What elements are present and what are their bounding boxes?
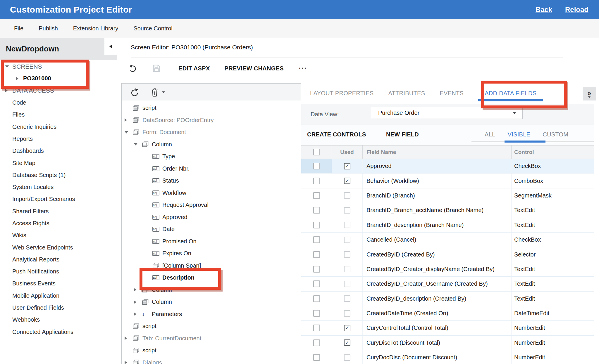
used-checkbox[interactable] <box>344 207 350 214</box>
sidebar-item[interactable]: Connected Applications <box>0 326 117 338</box>
row-select-checkbox[interactable] <box>313 251 320 258</box>
used-checkbox[interactable] <box>344 237 350 243</box>
row-select-checkbox[interactable] <box>313 236 320 243</box>
sidebar-item[interactable]: Push Notifications <box>0 266 117 278</box>
used-checkbox[interactable] <box>344 222 350 228</box>
data-view-combobox[interactable]: Purchase Order <box>371 107 523 119</box>
table-row[interactable]: BranchID (Branch) SegmentMask <box>301 188 594 203</box>
expand-arrow-icon[interactable] <box>125 337 132 340</box>
tab[interactable]: ATTRIBUTES <box>388 86 425 101</box>
expand-arrow-icon[interactable] <box>16 77 23 80</box>
used-checkbox[interactable] <box>344 266 350 272</box>
sidebar-item[interactable]: Web Service Endpoints <box>0 241 117 253</box>
tree-item[interactable]: script <box>122 344 301 357</box>
sidebar-item[interactable]: Reports <box>0 133 117 145</box>
used-checkbox[interactable] <box>344 354 350 361</box>
filter-tab[interactable]: VISIBLE <box>508 131 531 138</box>
menu-item[interactable]: File <box>14 25 23 32</box>
tree-item[interactable]: Order Nbr. <box>122 163 301 175</box>
row-select-checkbox[interactable] <box>313 339 320 346</box>
table-row[interactable]: CreatedDateTime (Created On) DateTimeEdi… <box>301 306 594 321</box>
row-select-checkbox[interactable] <box>313 325 320 331</box>
filter-tab[interactable]: CUSTOM <box>543 131 568 138</box>
menu-item[interactable]: Publish <box>39 25 58 32</box>
create-controls-button[interactable]: CREATE CONTROLS <box>307 125 366 144</box>
expand-panel-button[interactable]: » <box>583 87 596 100</box>
sidebar-item[interactable]: Code <box>0 97 117 109</box>
sidebar-item[interactable]: Analytical Reports <box>0 254 117 266</box>
preview-changes-button[interactable]: PREVIEW CHANGES <box>225 65 284 72</box>
select-all-checkbox[interactable] <box>313 149 320 155</box>
sidebar-item[interactable]: Shared Filters <box>0 205 117 217</box>
used-checkbox[interactable] <box>344 339 350 346</box>
tree-item[interactable]: Approved <box>122 211 301 223</box>
sidebar-item[interactable]: Generic Inquiries <box>0 121 117 133</box>
collapse-sidebar-button[interactable] <box>104 38 117 55</box>
tree-item[interactable]: script <box>122 102 301 114</box>
row-select-checkbox[interactable] <box>313 280 320 287</box>
tree-item[interactable]: Dialogs <box>122 357 301 364</box>
tree-item[interactable]: Form: Document <box>122 126 301 138</box>
sidebar-item[interactable]: Business Events <box>0 278 117 290</box>
save-button-disabled[interactable] <box>152 64 161 72</box>
edit-aspx-button[interactable]: EDIT ASPX <box>178 65 210 72</box>
sidebar-item[interactable]: DATA ACCESS <box>0 85 117 97</box>
row-select-checkbox[interactable] <box>313 163 320 169</box>
sidebar-item[interactable]: Access Rights <box>0 217 117 229</box>
tree-item[interactable]: Parameters <box>122 308 301 320</box>
expand-arrow-icon[interactable] <box>134 300 142 304</box>
expand-arrow-icon[interactable] <box>5 65 12 68</box>
sidebar-item[interactable]: Database Scripts (1) <box>0 169 117 181</box>
sidebar-item[interactable]: Webhooks <box>0 314 117 326</box>
row-select-checkbox[interactable] <box>313 354 320 361</box>
expand-arrow-icon[interactable] <box>125 118 132 122</box>
sidebar-item[interactable]: Mobile Application <box>0 290 117 302</box>
delete-dropdown-caret-icon[interactable] <box>162 91 165 93</box>
expand-arrow-icon[interactable] <box>134 312 142 316</box>
reload-link[interactable]: Reload <box>565 6 588 14</box>
row-select-checkbox[interactable] <box>313 222 320 228</box>
tree-item[interactable]: Column <box>122 296 301 308</box>
more-options-button[interactable]: ··· <box>299 65 307 72</box>
tree-item[interactable]: Column <box>122 284 301 296</box>
used-checkbox[interactable] <box>344 178 350 184</box>
back-link[interactable]: Back <box>536 6 552 14</box>
tree-item[interactable]: script <box>122 320 301 332</box>
new-field-button[interactable]: NEW FIELD <box>386 125 419 144</box>
used-checkbox[interactable] <box>344 251 350 258</box>
tab[interactable]: LAYOUT PROPERTIES <box>310 86 373 101</box>
used-checkbox[interactable] <box>344 310 350 317</box>
tree-item[interactable]: Tab: CurrentDocument <box>122 332 301 345</box>
expand-arrow-icon[interactable] <box>125 131 132 134</box>
tree-item[interactable]: [Column Span] <box>122 260 301 272</box>
row-select-checkbox[interactable] <box>313 295 320 302</box>
sidebar-item[interactable]: System Locales <box>0 181 117 193</box>
filter-tab[interactable]: ALL <box>485 131 495 138</box>
column-header-used[interactable]: Used <box>332 149 362 155</box>
table-row[interactable]: CreatedByID_description (Created By) Tex… <box>301 292 594 306</box>
tree-item[interactable]: Column <box>122 138 301 151</box>
tree-item[interactable]: Status <box>122 175 301 187</box>
row-select-checkbox[interactable] <box>313 178 320 184</box>
tree-item[interactable]: DataSource: POOrderEntry <box>122 114 301 126</box>
sidebar-item[interactable]: Site Map <box>0 157 117 169</box>
sidebar-item[interactable]: Dashboards <box>0 145 117 157</box>
table-row[interactable]: BranchID_description (Branch Name) TextE… <box>301 218 594 233</box>
sidebar-item[interactable]: User-Defined Fields <box>0 302 117 314</box>
tree-item[interactable]: Workflow <box>122 187 301 199</box>
table-row[interactable]: Cancelled (Cancel) CheckBox <box>301 233 594 247</box>
used-checkbox[interactable] <box>344 295 350 302</box>
sidebar-item[interactable]: Import/Export Scenarios <box>0 193 117 205</box>
row-select-checkbox[interactable] <box>313 192 320 199</box>
table-row[interactable]: BranchID_Branch_acctName (Branch Name) T… <box>301 203 594 218</box>
expand-arrow-icon[interactable] <box>134 143 142 145</box>
tree-item[interactable]: Expires On <box>122 247 301 260</box>
menu-item[interactable]: Extension Library <box>73 25 118 32</box>
used-checkbox[interactable] <box>344 325 350 331</box>
table-row[interactable]: CuryControlTotal (Control Total) NumberE… <box>301 321 594 335</box>
expand-arrow-icon[interactable] <box>134 288 142 292</box>
undo-button[interactable] <box>128 64 138 73</box>
delete-button[interactable] <box>151 88 159 97</box>
tree-item[interactable]: Description <box>122 272 301 284</box>
table-row[interactable]: CreatedByID_Creator_Username (Created By… <box>301 277 594 291</box>
